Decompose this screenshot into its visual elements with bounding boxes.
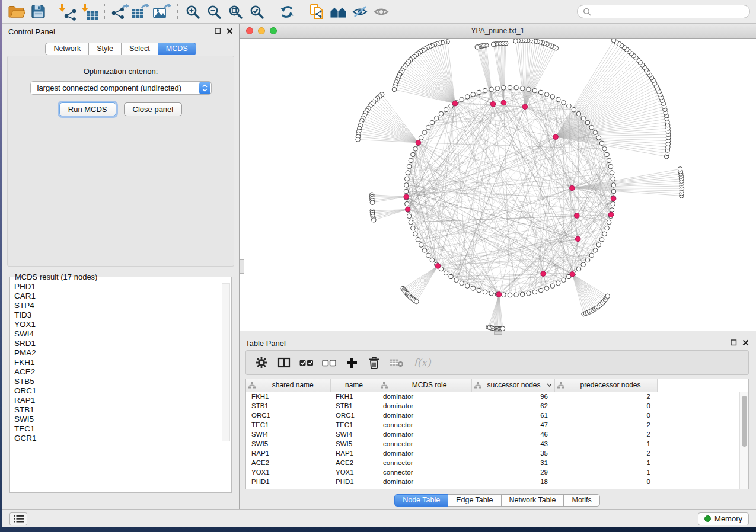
tab-network-table[interactable]: Network Table [502, 494, 564, 507]
toggle-column-view-button[interactable] [277, 355, 291, 370]
tree-icon [474, 382, 481, 389]
tab-select[interactable]: Select [122, 43, 158, 55]
hide-selected-button[interactable] [349, 2, 371, 21]
table-row[interactable]: SWI4SWI4dominator462 [246, 430, 657, 439]
maximize-window-button[interactable] [270, 27, 277, 34]
list-item[interactable]: SRD1 [14, 339, 231, 348]
column-header-shared-name[interactable]: shared name [246, 379, 330, 392]
export-image-button[interactable] [152, 2, 173, 21]
table-row[interactable]: FKH1FKH1dominator962 [246, 392, 657, 401]
table-scrollbar[interactable] [739, 392, 748, 489]
zoom-in-button[interactable] [182, 2, 203, 21]
list-item[interactable]: GCR1 [14, 434, 231, 443]
show-all-button[interactable] [371, 2, 392, 21]
open-file-button[interactable] [6, 2, 27, 21]
eye-icon [374, 4, 390, 20]
search-input[interactable] [595, 8, 744, 16]
list-item[interactable]: PHD1 [14, 282, 231, 291]
table-row[interactable]: ACE2ACE2connector311 [246, 458, 657, 467]
delete-column-button[interactable] [367, 355, 381, 370]
zoom-selected-button[interactable] [246, 2, 267, 21]
list-item[interactable]: ORC1 [14, 386, 231, 396]
list-item[interactable]: RAP1 [14, 396, 231, 405]
tab-style[interactable]: Style [89, 43, 122, 55]
add-column-button[interactable] [344, 355, 359, 370]
close-icon [227, 28, 233, 34]
table-row[interactable]: SWI5SWI5connector431 [246, 439, 657, 448]
tab-network[interactable]: Network [45, 43, 89, 55]
sort-descending-icon [547, 383, 552, 387]
table-row[interactable]: TEC1TEC1connector472 [246, 420, 657, 430]
table-row[interactable]: YOX1YOX1connector291 [246, 467, 657, 477]
close-window-button[interactable] [246, 27, 253, 34]
zoom-fit-button[interactable] [225, 2, 246, 21]
tab-edge-table[interactable]: Edge Table [448, 494, 501, 507]
memory-button[interactable]: Memory [698, 512, 749, 525]
toolbar-separator [104, 4, 105, 20]
list-item[interactable]: TEC1 [14, 424, 231, 434]
column-header-successor-nodes[interactable]: successor nodes [471, 379, 554, 392]
float-panel-button[interactable] [215, 27, 221, 36]
column-header-predecessor-nodes[interactable]: predecessor nodes [554, 379, 657, 392]
table-panel-header: Table Panel [245, 336, 749, 350]
close-table-panel-button[interactable] [742, 339, 749, 348]
list-item[interactable]: PMA2 [14, 348, 231, 358]
column-header-mcds-role[interactable]: MCDS role [378, 379, 471, 392]
list-item[interactable]: TID3 [14, 310, 231, 320]
zoom-fit-icon [228, 4, 243, 20]
network-canvas[interactable] [240, 39, 756, 331]
tab-node-table[interactable]: Node Table [394, 494, 448, 507]
horizontal-splitter-handle[interactable] [494, 331, 502, 335]
table-scrollbar-thumb[interactable] [742, 396, 747, 447]
table-row[interactable]: PHD1PHD1dominator180 [246, 477, 657, 486]
tab-motifs[interactable]: Motifs [564, 494, 599, 507]
list-item[interactable]: SWI5 [14, 415, 231, 424]
checked-boxes-icon [299, 359, 314, 367]
table-row[interactable]: STB1STB1dominator620 [246, 401, 657, 411]
list-item[interactable]: STB5 [14, 377, 231, 386]
list-item[interactable]: FKH1 [14, 358, 231, 367]
select-all-button[interactable] [299, 355, 314, 370]
save-session-button[interactable] [27, 2, 49, 21]
share-document-button[interactable] [307, 2, 328, 21]
network-window-titlebar[interactable]: YPA_prune.txt_1 [240, 24, 756, 39]
function-builder-button[interactable]: f(x) [412, 355, 432, 370]
run-mcds-button[interactable]: Run MCDS [59, 102, 116, 116]
export-network-icon [110, 3, 129, 21]
result-list-scrollbar[interactable] [222, 283, 230, 441]
export-table-button[interactable] [130, 2, 152, 21]
vertical-splitter-handle[interactable] [240, 259, 244, 274]
table-settings-button[interactable] [254, 355, 269, 370]
list-item[interactable]: STB1 [14, 405, 231, 415]
close-panel-button-mcds[interactable]: Close panel [124, 102, 183, 116]
mcds-tab-content: Optimization criterion: largest connecte… [7, 56, 234, 267]
table-row[interactable]: ORC1ORC1dominator610 [246, 411, 657, 420]
deselect-all-button[interactable] [322, 355, 336, 370]
export-table-icon [131, 3, 151, 21]
horizontal-splitter[interactable] [240, 331, 756, 335]
table-panel: Table Panel [240, 335, 756, 509]
column-header-name[interactable]: name [330, 379, 378, 392]
export-network-button[interactable] [109, 2, 130, 21]
list-item[interactable]: SWI4 [14, 329, 231, 339]
float-icon [215, 28, 221, 34]
zoom-out-button[interactable] [203, 2, 225, 21]
list-item[interactable]: ACE2 [14, 367, 231, 377]
import-network-button[interactable] [58, 2, 79, 21]
refresh-view-button[interactable] [276, 2, 298, 21]
list-item[interactable]: STP4 [14, 301, 231, 310]
delete-table-button[interactable] [390, 355, 404, 370]
list-item[interactable]: CAR1 [14, 291, 231, 301]
tab-mcds[interactable]: MCDS [158, 43, 196, 55]
table-row[interactable]: RAP1RAP1dominator352 [246, 448, 657, 458]
task-history-button[interactable] [9, 512, 27, 525]
close-panel-button[interactable] [227, 27, 233, 36]
minimize-window-button[interactable] [258, 27, 265, 34]
network-graph[interactable] [240, 39, 756, 331]
unchecked-boxes-icon [322, 359, 336, 367]
first-neighbors-button[interactable] [328, 2, 349, 21]
optimization-criterion-select[interactable]: largest connected component (undirected) [30, 81, 212, 95]
float-table-panel-button[interactable] [731, 339, 737, 348]
import-table-button[interactable] [79, 2, 100, 21]
list-item[interactable]: YOX1 [14, 320, 231, 329]
